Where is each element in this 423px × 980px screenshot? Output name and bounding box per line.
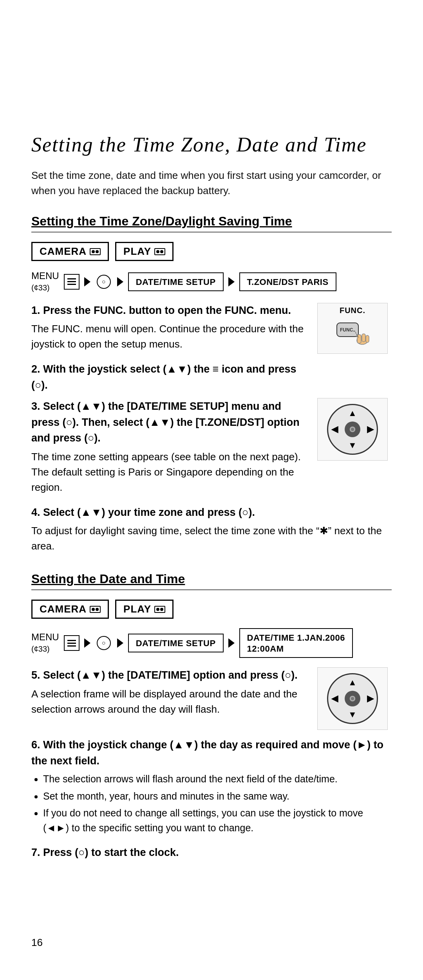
flow-box-date-setup-1: DATE/TIME SETUP xyxy=(128,272,224,291)
func-label: FUNC. xyxy=(340,306,365,315)
step-2-image: ▲ ▼ ◀ ▶ xyxy=(313,361,392,497)
step-2-bold: 2. With the joystick select (▲▼) the ≡ i… xyxy=(31,361,306,393)
joy-left-arrow-2: ◀ xyxy=(331,694,338,704)
arrow-icon-3 xyxy=(228,277,235,286)
arrow-icon-5 xyxy=(117,638,123,648)
svg-rect-4 xyxy=(362,334,365,342)
svg-text:FUNC.: FUNC. xyxy=(340,327,354,333)
bullet-1: The selection arrows will flash around t… xyxy=(43,772,392,787)
flow-box-datetime: DATE/TIME 1.JAN.2006 12:00AM xyxy=(239,628,353,658)
joystick-image-1: ▲ ▼ ◀ ▶ xyxy=(317,398,388,461)
step-6-text: 6. With the joystick change (▲▼) the day… xyxy=(31,737,392,838)
tape-icon-play xyxy=(154,248,165,255)
svg-rect-5 xyxy=(366,335,369,342)
step-5-row: 5. Select (▲▼) the [DATE/TIME] option an… xyxy=(31,667,392,730)
page-number: 16 xyxy=(31,937,43,949)
section2-heading: Setting the Date and Time xyxy=(31,572,392,590)
step-6-bullets: The selection arrows will flash around t… xyxy=(43,772,392,835)
section1-mode-badges: CAMERA PLAY xyxy=(31,242,392,261)
step-7-row: 7. Press (○) to start the clock. xyxy=(31,845,392,864)
step-5-normal: A selection frame will be displayed arou… xyxy=(31,686,306,717)
joystick-circle-1: ▲ ▼ ◀ ▶ xyxy=(327,404,378,455)
joy-right-arrow: ▶ xyxy=(367,424,374,434)
joy-right-arrow-2: ▶ xyxy=(367,694,374,704)
step-4-row: 4. Select (▲▼) your time zone and press … xyxy=(31,504,392,557)
func-button-svg: FUNC. xyxy=(333,319,372,350)
menu-flow-wrapper-2: ○ DATE/TIME SETUP DATE/TIME 1.JAN.2006 1… xyxy=(64,628,353,658)
play-label-2: PLAY xyxy=(123,603,151,615)
play-label: PLAY xyxy=(123,245,151,258)
step-4-bold: 4. Select (▲▼) your time zone and press … xyxy=(31,504,392,521)
tape-icon-play-2 xyxy=(154,606,165,613)
arrow-icon-4 xyxy=(84,638,90,648)
section1-menu-flow: MENU (¢33) ○ DATE/TIME SETUP T.ZONE/DST … xyxy=(31,270,392,293)
section2: Setting the Date and Time CAMERA PLAY ME… xyxy=(31,572,392,864)
list-lines-icon xyxy=(67,278,76,285)
joystick-center-svg xyxy=(349,425,356,433)
joystick-center-1 xyxy=(345,422,360,437)
joy-down-arrow: ▼ xyxy=(348,440,357,450)
joystick-center-svg-2 xyxy=(349,695,356,703)
step-1-bold: 1. Press the FUNC. button to open the FU… xyxy=(31,303,306,319)
menu-label-2: MENU (¢33) xyxy=(31,632,59,654)
bullet-3: If you do not need to change all setting… xyxy=(43,806,392,835)
tape-icon-camera xyxy=(90,248,101,255)
step-3-normal: The time zone setting appears (see table… xyxy=(31,449,306,495)
menu-label-1: MENU (¢33) xyxy=(31,270,59,293)
section2-menu-flow: MENU (¢33) ○ DATE/TIME SETUP DATE/TIME 1… xyxy=(31,628,392,658)
section2-mode-badges: CAMERA PLAY xyxy=(31,600,392,619)
svg-point-8 xyxy=(351,428,354,431)
step-7-text: 7. Press (○) to start the clock. xyxy=(31,845,392,864)
camera-badge-2: CAMERA xyxy=(31,600,109,619)
bullet-2: Set the month, year, hours and minutes i… xyxy=(43,789,392,804)
svg-point-10 xyxy=(351,697,354,700)
step-6-row: 6. With the joystick change (▲▼) the day… xyxy=(31,737,392,838)
circle-icon-2: ○ xyxy=(97,636,111,650)
step-1-row: 1. Press the FUNC. button to open the FU… xyxy=(31,303,392,355)
joy-up-arrow: ▲ xyxy=(348,408,357,418)
joystick-center-2 xyxy=(345,691,360,706)
intro-text: Set the time zone, date and time when yo… xyxy=(31,168,392,198)
joy-down-arrow-2: ▼ xyxy=(348,710,357,720)
play-badge: PLAY xyxy=(115,242,174,261)
step-5-text: 5. Select (▲▼) the [DATE/TIME] option an… xyxy=(31,667,306,730)
arrow-icon-6 xyxy=(228,638,235,648)
step-2-3-text: 2. With the joystick select (▲▼) the ≡ i… xyxy=(31,361,306,497)
tape-icon-camera-2 xyxy=(90,606,101,613)
joystick-image-2: ▲ ▼ ◀ ▶ xyxy=(317,667,388,730)
arrow-icon-2 xyxy=(117,277,123,286)
step-3-bold: 3. Select (▲▼) the [DATE/TIME SETUP] men… xyxy=(31,398,306,446)
section1-heading: Setting the Time Zone/Daylight Saving Ti… xyxy=(31,214,392,232)
joy-left-arrow: ◀ xyxy=(331,424,338,434)
func-button-image: FUNC. FUNC. xyxy=(317,303,388,354)
step-5-bold: 5. Select (▲▼) the [DATE/TIME] option an… xyxy=(31,667,306,683)
play-badge-2: PLAY xyxy=(115,600,174,619)
step-7-bold: 7. Press (○) to start the clock. xyxy=(31,845,392,861)
camera-label-2: CAMERA xyxy=(40,603,87,615)
camera-badge: CAMERA xyxy=(31,242,109,261)
step-6-bold: 6. With the joystick change (▲▼) the day… xyxy=(31,737,392,769)
step-4-normal: To adjust for daylight saving time, sele… xyxy=(31,523,392,554)
page-title: Setting the Time Zone, Date and Time xyxy=(31,133,392,156)
step-2-3-row: 2. With the joystick select (▲▼) the ≡ i… xyxy=(31,361,392,497)
flow-box-tzone: T.ZONE/DST PARIS xyxy=(239,272,336,291)
menu-flow-wrapper-1: ○ DATE/TIME SETUP T.ZONE/DST PARIS xyxy=(64,272,336,291)
step-1-image: FUNC. FUNC. xyxy=(313,303,392,355)
step-4-text: 4. Select (▲▼) your time zone and press … xyxy=(31,504,392,557)
camera-label: CAMERA xyxy=(40,245,87,258)
joystick-circle-2: ▲ ▼ ◀ ▶ xyxy=(327,673,378,724)
circle-icon-1: ○ xyxy=(97,275,111,289)
list-lines-icon-2 xyxy=(67,640,76,647)
step-1-normal: The FUNC. menu will open. Continue the p… xyxy=(31,321,306,352)
flow-box-date-setup-2: DATE/TIME SETUP xyxy=(128,634,224,652)
step-5-image: ▲ ▼ ◀ ▶ xyxy=(313,667,392,730)
step-1-text: 1. Press the FUNC. button to open the FU… xyxy=(31,303,306,355)
list-menu-icon-2 xyxy=(64,635,80,651)
list-menu-icon xyxy=(64,274,80,290)
joy-up-arrow-2: ▲ xyxy=(348,677,357,688)
arrow-icon-1 xyxy=(84,277,90,286)
